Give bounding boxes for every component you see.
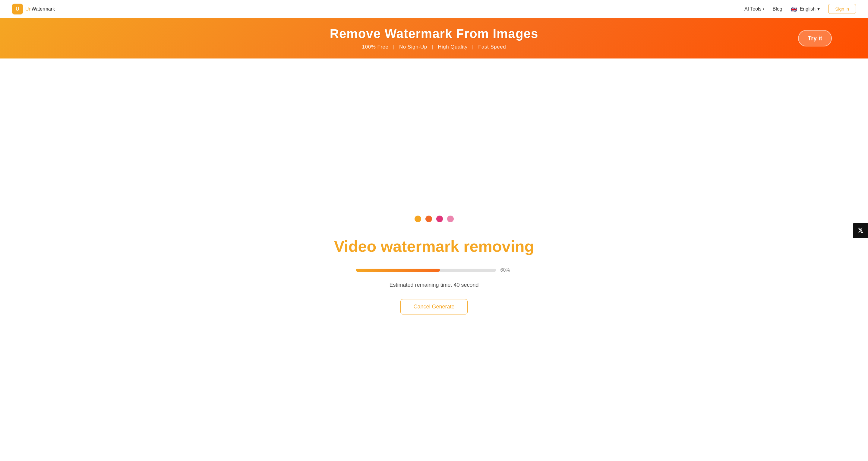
- ai-tools-label: AI Tools: [744, 6, 762, 12]
- banner-title: Remove Watermark From Images: [330, 27, 538, 41]
- separator-2: |: [432, 44, 433, 50]
- logo-un: Un: [25, 6, 31, 11]
- logo-area: U UnWatermark: [12, 4, 55, 14]
- dot-2: [425, 216, 432, 222]
- banner-subtitle: 100% Free | No Sign-Up | High Quality | …: [330, 44, 538, 50]
- navbar: U UnWatermark AI Tools ▾ Blog 🇬🇧 English…: [0, 0, 868, 18]
- sign-in-button[interactable]: Sign in: [828, 4, 856, 14]
- main-content: Video watermark removing 60% Estimated r…: [0, 59, 868, 461]
- subtitle-free: 100% Free: [362, 44, 389, 50]
- separator-1: |: [393, 44, 395, 50]
- logo-text: UnWatermark: [25, 6, 55, 12]
- try-it-button[interactable]: Try it: [798, 30, 832, 47]
- subtitle-nosignup: No Sign-Up: [399, 44, 427, 50]
- language-selector[interactable]: 🇬🇧 English ▾: [791, 6, 820, 12]
- navbar-right: AI Tools ▾ Blog 🇬🇧 English ▾ Sign in: [744, 4, 856, 14]
- dot-3: [436, 216, 443, 222]
- subtitle-quality: High Quality: [438, 44, 468, 50]
- banner-content: Remove Watermark From Images 100% Free |…: [330, 27, 538, 50]
- twitter-x-icon: 𝕏: [858, 227, 863, 235]
- logo-icon: U: [12, 4, 23, 14]
- flag-icon: 🇬🇧: [791, 7, 798, 11]
- logo-watermark: Watermark: [31, 6, 55, 11]
- loading-dots: [414, 216, 454, 222]
- separator-3: |: [472, 44, 474, 50]
- dot-4: [447, 216, 454, 222]
- subtitle-speed: Fast Speed: [478, 44, 506, 50]
- twitter-x-button[interactable]: 𝕏: [853, 223, 868, 238]
- estimated-time: Estimated remaining time: 40 second: [389, 282, 478, 288]
- language-label: English: [800, 6, 815, 12]
- logo-u-letter: U: [16, 6, 20, 12]
- progress-percent: 60%: [500, 268, 513, 273]
- blog-label: Blog: [773, 6, 782, 12]
- blog-link[interactable]: Blog: [773, 6, 782, 12]
- cancel-generate-button[interactable]: Cancel Generate: [400, 299, 467, 314]
- progress-container: 60%: [356, 268, 513, 273]
- ai-tools-link[interactable]: AI Tools ▾: [744, 6, 764, 12]
- hero-banner: Remove Watermark From Images 100% Free |…: [0, 18, 868, 59]
- progress-bar-fill: [356, 269, 440, 272]
- dot-1: [414, 216, 421, 222]
- chevron-down-icon: ▾: [763, 7, 764, 10]
- lang-chevron-icon: ▾: [817, 6, 820, 12]
- progress-bar-background: [356, 269, 496, 272]
- processing-title: Video watermark removing: [334, 237, 534, 255]
